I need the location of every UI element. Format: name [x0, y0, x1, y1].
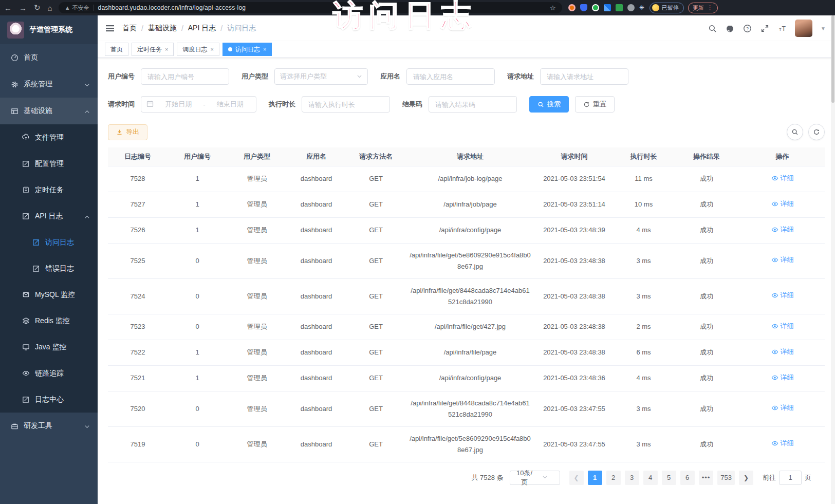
app-name-input[interactable] — [406, 68, 495, 85]
pinwheel-extension-icon[interactable]: ✳ — [639, 4, 644, 11]
sidebar-item-log-center[interactable]: 日志中心 — [0, 386, 98, 413]
page-number-button[interactable]: 6 — [680, 471, 695, 485]
page-number-button[interactable]: 4 — [643, 471, 658, 485]
detail-link[interactable]: 详细 — [771, 254, 794, 266]
next-page-button[interactable]: ❯ — [739, 471, 753, 485]
chevron-down-icon[interactable]: ▼ — [821, 26, 826, 31]
breadcrumb-item[interactable]: API 日志 — [188, 24, 216, 33]
tab-access-log[interactable]: 访问日志 × — [222, 43, 272, 56]
page-number-button[interactable]: 1 — [588, 471, 602, 485]
divider — [94, 5, 94, 11]
paused-badge[interactable]: 已暂停 — [650, 3, 684, 13]
request-url-cell: /api/infra/file/page — [406, 340, 534, 365]
address-bar[interactable]: ▲ 不安全 dashboard.yudao.iocoder.cn/infra/l… — [59, 2, 562, 13]
chevron-down-icon — [84, 423, 90, 429]
page-number-button[interactable]: 753 — [717, 471, 735, 485]
sidebar-item-trace[interactable]: 链路追踪 — [0, 360, 98, 386]
field-label: 应用名 — [380, 72, 400, 81]
security-warning[interactable]: ▲ 不安全 — [65, 4, 89, 12]
sidebar-item-label: 访问日志 — [45, 238, 90, 247]
bookmark-star-icon[interactable]: ☆ — [550, 4, 556, 12]
shield-extension-icon[interactable] — [580, 4, 587, 11]
sidebar-item-system[interactable]: 系统管理 — [0, 71, 98, 98]
search-button[interactable]: 搜索 — [529, 96, 569, 113]
detail-link[interactable]: 详细 — [771, 224, 794, 235]
detail-link[interactable]: 详细 — [771, 321, 794, 332]
puzzle-extension-icon[interactable] — [604, 4, 611, 11]
app-name-cell: dashboard — [287, 243, 346, 278]
sidebar-item-file-management[interactable]: 文件管理 — [0, 124, 98, 151]
sidebar-item-home[interactable]: 首页 — [0, 44, 98, 71]
close-icon[interactable]: × — [210, 46, 213, 52]
sidebar-item-redis-monitor[interactable]: Redis 监控 — [0, 308, 98, 334]
user-id-input[interactable] — [141, 68, 229, 85]
search-icon[interactable] — [708, 24, 717, 33]
close-icon[interactable]: × — [165, 46, 168, 52]
sidebar-logo[interactable]: 芋道管理系统 — [0, 15, 98, 44]
avatar[interactable] — [795, 20, 812, 37]
user-type-select[interactable]: 请选择用户类型 — [274, 68, 368, 85]
tab-home[interactable]: 首页 — [105, 43, 128, 56]
page-number-button[interactable]: 5 — [662, 471, 676, 485]
prev-page-button[interactable]: ❮ — [569, 471, 584, 485]
sidebar-item-access-log[interactable]: 访问日志 — [0, 229, 98, 255]
scrollbar[interactable] — [831, 15, 835, 504]
request-url-input[interactable] — [540, 68, 628, 85]
extension-icon[interactable] — [616, 4, 623, 11]
breadcrumb-item[interactable]: 基础设施 — [148, 24, 177, 33]
browser-reload-icon[interactable]: ↻ — [34, 3, 41, 12]
browser-back-icon[interactable]: ← — [4, 4, 12, 12]
sidebar-item-api-log[interactable]: API 日志 — [0, 203, 98, 229]
tab-scheduled-jobs[interactable]: 定时任务 × — [132, 43, 174, 56]
detail-link[interactable]: 详细 — [771, 346, 794, 358]
duration-input[interactable] — [302, 96, 390, 113]
detail-link[interactable]: 详细 — [771, 290, 794, 301]
page-number-button[interactable]: ••• — [699, 471, 714, 485]
result-code-input[interactable] — [429, 96, 517, 113]
method-cell: GET — [346, 426, 406, 462]
log-center-icon — [22, 396, 30, 404]
help-icon[interactable]: ? — [743, 24, 752, 33]
export-button[interactable]: 导出 — [108, 124, 147, 140]
sidebar-item-dev-tools[interactable]: 研发工具 — [0, 413, 98, 439]
sidebar-item-scheduled-jobs[interactable]: 定时任务 — [0, 177, 98, 203]
show-search-toggle-button[interactable] — [787, 124, 803, 140]
browser-forward-icon[interactable]: → — [19, 4, 27, 12]
extension-icon[interactable] — [568, 4, 576, 11]
detail-link[interactable]: 详细 — [771, 438, 794, 449]
detail-link[interactable]: 详细 — [771, 198, 794, 210]
font-size-icon[interactable]: TT — [777, 24, 787, 33]
close-icon[interactable]: × — [263, 46, 266, 52]
reset-button[interactable]: 重置 — [575, 96, 615, 113]
method-cell: GET — [346, 217, 406, 243]
fullscreen-icon[interactable] — [760, 24, 769, 33]
extension-icon[interactable] — [592, 4, 599, 11]
sidebar-toggle-icon[interactable] — [105, 23, 115, 33]
detail-link[interactable]: 详细 — [771, 173, 794, 184]
sidebar-item-mysql-monitor[interactable]: MySQL 监控 — [0, 282, 98, 308]
browser-update-button[interactable]: 更新 ⋮ — [688, 3, 718, 13]
app-name-cell: dashboard — [287, 278, 346, 314]
goto-page-input[interactable] — [779, 471, 802, 485]
sidebar-item-error-log[interactable]: 错误日志 — [0, 255, 98, 282]
tab-schedule-log[interactable]: 调度日志 × — [177, 43, 219, 56]
profile-extension-icon[interactable] — [627, 4, 635, 11]
app-logo-image — [7, 22, 24, 39]
browser-menu-icon[interactable]: ⋮ — [707, 4, 713, 11]
github-icon[interactable] — [725, 24, 734, 33]
refresh-table-button[interactable] — [808, 124, 825, 140]
detail-link[interactable]: 详细 — [771, 372, 794, 383]
sidebar-item-config-management[interactable]: 配置管理 — [0, 151, 98, 177]
edit-icon — [22, 160, 30, 168]
breadcrumb-item[interactable]: 首页 — [122, 24, 137, 33]
sidebar-item-java-monitor[interactable]: Java 监控 — [0, 334, 98, 360]
browser-home-icon[interactable]: ⌂ — [48, 4, 52, 12]
detail-link[interactable]: 详细 — [771, 402, 794, 414]
actions-cell: 详细 — [740, 340, 825, 365]
sidebar-item-infrastructure[interactable]: 基础设施 — [0, 98, 98, 124]
page-size-select[interactable]: 10条/页 — [510, 471, 560, 485]
page-number-button[interactable]: 2 — [606, 471, 621, 485]
page-number-button[interactable]: 3 — [625, 471, 639, 485]
scrollbar-thumb[interactable] — [831, 15, 834, 103]
request-time-range-picker[interactable]: 开始日期 - 结束日期 — [141, 96, 256, 113]
